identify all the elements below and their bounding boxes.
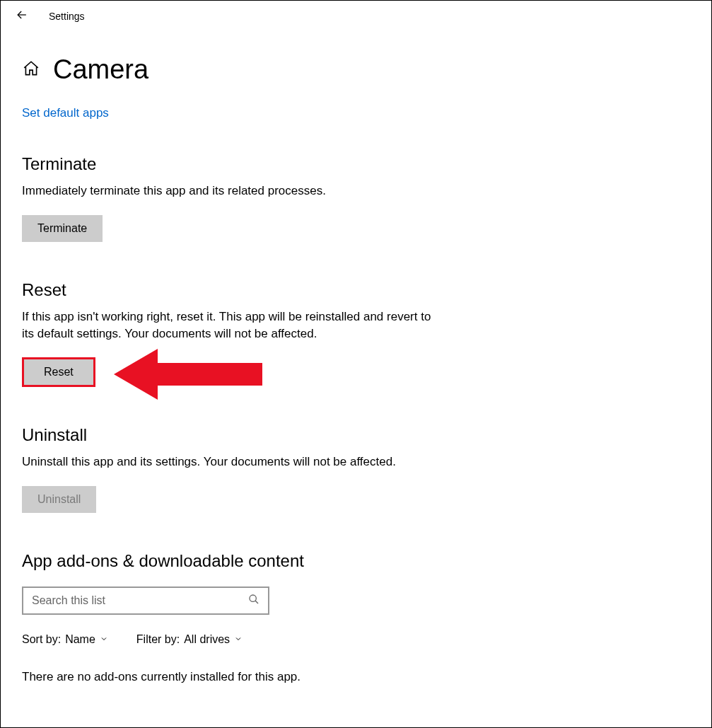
filter-by-value: All drives — [184, 633, 230, 646]
sort-by-value: Name — [65, 633, 95, 646]
addons-section: App add-ons & downloadable content Sort … — [22, 551, 690, 684]
reset-section: Reset If this app isn't working right, r… — [22, 280, 690, 388]
addons-search-box[interactable] — [22, 587, 269, 615]
back-icon[interactable] — [15, 8, 29, 25]
reset-button[interactable]: Reset — [22, 357, 95, 387]
terminate-button[interactable]: Terminate — [22, 215, 103, 242]
sort-by-dropdown[interactable]: Sort by: Name — [22, 633, 108, 646]
uninstall-heading: Uninstall — [22, 425, 690, 445]
terminate-section: Terminate Immediately terminate this app… — [22, 154, 690, 242]
page-title: Camera — [53, 54, 148, 85]
filter-by-dropdown[interactable]: Filter by: All drives — [136, 633, 243, 646]
uninstall-button: Uninstall — [22, 486, 96, 513]
search-icon — [248, 594, 259, 608]
terminate-heading: Terminate — [22, 154, 690, 174]
addons-heading: App add-ons & downloadable content — [22, 551, 690, 571]
uninstall-section: Uninstall Uninstall this app and its set… — [22, 425, 690, 513]
reset-desc: If this app isn't working right, reset i… — [22, 308, 446, 342]
reset-heading: Reset — [22, 280, 690, 300]
svg-point-1 — [250, 595, 256, 601]
chevron-down-icon — [100, 633, 108, 646]
addons-search-input[interactable] — [32, 594, 248, 607]
sort-by-label: Sort by: — [22, 633, 61, 646]
svg-marker-0 — [114, 349, 262, 400]
set-default-apps-link[interactable]: Set default apps — [22, 106, 109, 120]
uninstall-desc: Uninstall this app and its settings. You… — [22, 453, 446, 470]
addons-empty-text: There are no add-ons currently installed… — [22, 670, 690, 684]
terminate-desc: Immediately terminate this app and its r… — [22, 183, 446, 200]
filter-by-label: Filter by: — [136, 633, 180, 646]
window-title: Settings — [49, 11, 85, 22]
chevron-down-icon — [234, 633, 243, 646]
red-arrow-annotation-icon — [114, 347, 262, 401]
home-icon[interactable] — [22, 59, 40, 81]
